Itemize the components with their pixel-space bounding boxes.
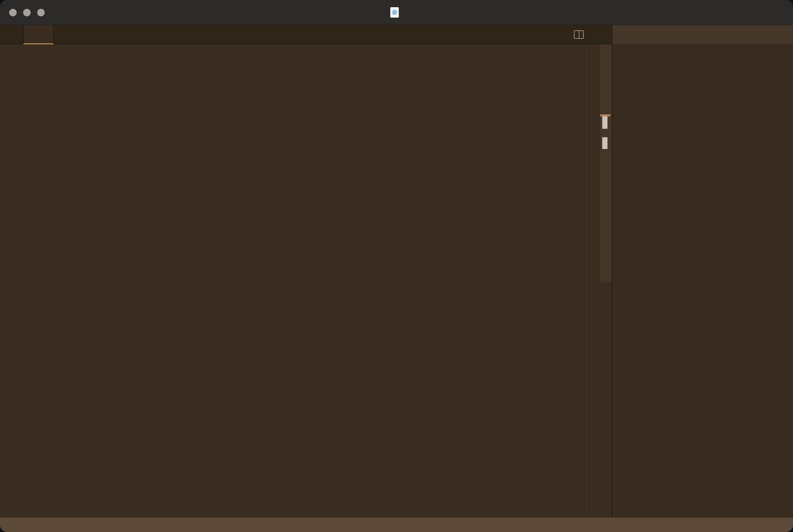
zoom-window-button[interactable]: [37, 9, 45, 16]
vscode-window: [0, 0, 793, 532]
split-editor-icon[interactable]: [574, 30, 584, 39]
editor-scrollbar[interactable]: [600, 44, 612, 282]
editor-group: [0, 25, 612, 518]
status-bar: [0, 518, 793, 532]
window-controls: [9, 0, 45, 25]
window-title-group: [390, 7, 403, 18]
explorer-sidebar: [612, 25, 793, 518]
tab-index-tsx[interactable]: [23, 25, 54, 44]
column-ruler: [586, 44, 587, 518]
sidebar-spacer: [612, 44, 793, 518]
minimize-window-button[interactable]: [23, 9, 31, 16]
editor-actions: [574, 25, 595, 44]
close-window-button[interactable]: [9, 9, 17, 16]
workbench: [0, 25, 793, 518]
tab-components-tsx[interactable]: [0, 25, 23, 44]
explorer-header: [612, 25, 793, 44]
react-document-icon: [390, 7, 399, 18]
tab-bar: [0, 25, 612, 44]
overview-ruler-marker: [602, 137, 607, 149]
code-editor[interactable]: [0, 44, 612, 518]
title-bar: [0, 0, 793, 25]
overview-ruler-marker: [602, 116, 607, 129]
